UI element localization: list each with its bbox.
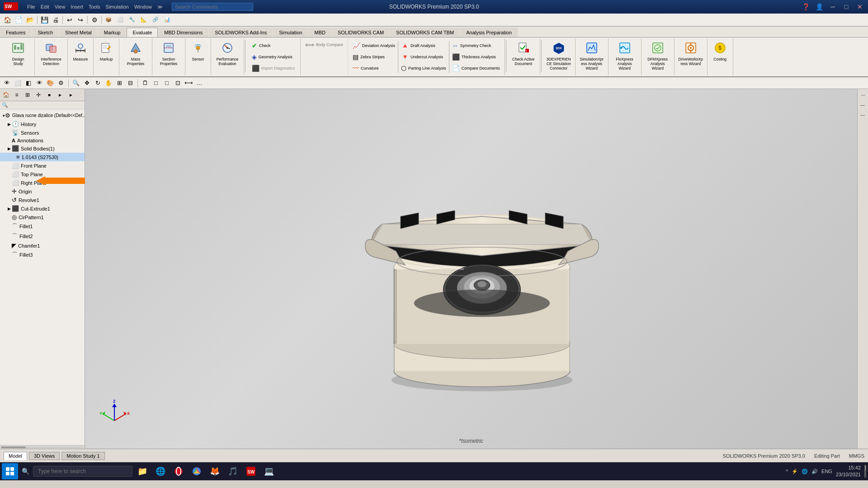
solidworks-account[interactable]: 👤 — [815, 2, 824, 11]
section-properties-button[interactable]: Section Properties — [155, 40, 182, 67]
menu-bar[interactable]: File Edit View Insert Tools Simulation W… — [27, 4, 163, 10]
tab-sketch[interactable]: Sketch — [32, 28, 59, 37]
task-chrome[interactable] — [189, 463, 205, 479]
zoom-area-btn[interactable]: 🔍 — [71, 79, 81, 88]
rp-panel3[interactable]: | — [859, 111, 868, 120]
display-style-btn[interactable]: ◧ — [24, 79, 33, 88]
sidebar-list-btn[interactable]: ≡ — [12, 90, 22, 100]
menu-insert[interactable]: Insert — [71, 4, 83, 10]
geometry-analysis-button[interactable]: ◈ Geometry Analysis — [250, 52, 297, 61]
maximize-button[interactable]: □ — [842, 2, 851, 11]
task-opera[interactable] — [170, 463, 187, 479]
search-commands-input[interactable] — [172, 3, 253, 11]
view-btn-5[interactable]: 🔗 — [150, 15, 161, 25]
view-btn-2[interactable]: ⬜ — [115, 15, 126, 25]
close-button[interactable]: ✕ — [855, 2, 864, 11]
tab-mbd-dimensions[interactable]: MBD Dimensions — [158, 28, 208, 37]
tab-solidworks-addins[interactable]: SOLIDWORKS Add-Ins — [209, 28, 273, 37]
simulationxpress-button[interactable]: SimulationXpress Analysis Wizard — [578, 40, 605, 72]
redo-btn[interactable]: ↪ — [75, 15, 86, 25]
taskbar-search[interactable] — [33, 466, 132, 477]
import-diagnostics-button[interactable]: ⬛ Import Diagnostics — [250, 64, 297, 73]
menu-window[interactable]: Window — [134, 4, 152, 10]
sensor-button[interactable]: Sensor — [188, 40, 208, 63]
tree-material[interactable]: ≡ 1.0143 (S275J0) — [0, 153, 85, 161]
options-btn[interactable]: ⚙ — [89, 15, 100, 25]
tree-sensors[interactable]: 📡 Sensors — [0, 128, 85, 137]
view-front-btn[interactable]: □ — [151, 79, 161, 88]
view-btn-1[interactable]: 📦 — [103, 15, 114, 25]
edit-appearance-btn[interactable]: 🎨 — [45, 79, 55, 88]
tree-cir-pattern1[interactable]: ◎ CirPattern1 — [0, 213, 85, 221]
view-settings-btn[interactable]: ⚙ — [56, 79, 66, 88]
driveworksXpress-button[interactable]: DriveWorksXpress Wizard — [677, 40, 704, 67]
task-firefox[interactable]: 🦊 — [207, 463, 223, 479]
curvature-button[interactable]: 〰 Curvature — [351, 64, 397, 73]
view-btn-6[interactable]: 📊 — [162, 15, 173, 25]
tree-fillet3[interactable]: ⌒ Fillet3 — [0, 250, 85, 260]
view-btn-3[interactable]: 🔧 — [127, 15, 137, 25]
performance-evaluation-button[interactable]: Performance Evaluation — [214, 40, 241, 67]
tree-fillet2[interactable]: ⌒ Fillet2 — [0, 231, 85, 241]
menu-simulation[interactable]: Simulation — [106, 4, 129, 10]
sidebar-add-btn[interactable]: ✛ — [33, 90, 43, 100]
sidebar-scrollbar[interactable] — [0, 445, 85, 449]
dfmXpress-button[interactable]: DFMXpress Analysis Wizard — [644, 40, 671, 72]
zoom-pan-btn[interactable]: ✥ — [82, 79, 92, 88]
tree-root[interactable]: ▾ ⚙ Glava rucne dizalice (Default<<Def..… — [0, 111, 85, 120]
view-3d-btn[interactable]: 🗒 — [140, 79, 150, 88]
snap-btn[interactable]: ⊡ — [173, 79, 183, 88]
3d-viewport[interactable]: X Y Z *Isometric — [85, 89, 857, 449]
tree-front-plane[interactable]: ⬜ Front Plane — [0, 161, 85, 170]
tray-chevron[interactable]: ^ — [786, 469, 788, 474]
minimize-button[interactable]: ─ — [828, 2, 837, 11]
parting-line-button[interactable]: ⬡ Parting Line Analysis — [399, 64, 448, 73]
menu-file[interactable]: File — [27, 4, 35, 10]
thickness-analysis-button[interactable]: ⬛ Thickness Analysis — [450, 52, 502, 61]
section-view-btn[interactable]: ⬜ — [13, 79, 23, 88]
tab-model[interactable]: Model — [4, 452, 27, 460]
show-desktop[interactable]: | — [864, 465, 866, 478]
task-app2[interactable]: 💻 — [261, 463, 277, 479]
tab-simulation[interactable]: Simulation — [273, 28, 308, 37]
tree-annotations[interactable]: A Annotations — [0, 137, 85, 144]
home-btn[interactable]: 🏠 — [2, 15, 13, 25]
new-btn[interactable]: 📄 — [13, 15, 24, 25]
measure-button[interactable]: Measure — [71, 40, 90, 63]
view-orientation-btn[interactable]: 👁 — [2, 79, 12, 88]
menu-view[interactable]: View — [55, 4, 66, 10]
task-file-explorer[interactable]: 📁 — [134, 463, 151, 479]
tab-solidworks-cam-tbm[interactable]: SOLIDWORKS CAM TBM — [390, 28, 460, 37]
compare-documents-button[interactable]: 📄 Compare Documents — [450, 64, 502, 73]
open-btn[interactable]: 📂 — [24, 15, 36, 25]
draft-analysis-button[interactable]: 🔺 Draft Analysis — [399, 41, 448, 50]
design-study-button[interactable]: Design Study — [5, 40, 32, 67]
tree-revolve1[interactable]: ↺ Revolve1 — [0, 196, 85, 204]
tab-sheet-metal[interactable]: Sheet Metal — [59, 28, 98, 37]
tree-chamfer1[interactable]: ◤ Chamfer1 — [0, 241, 85, 250]
tab-motion-study[interactable]: Motion Study 1 — [61, 452, 104, 460]
menu-expand[interactable]: ≫ — [157, 4, 163, 10]
sidebar-arrow1-btn[interactable]: ▸ — [55, 90, 65, 100]
tree-origin[interactable]: ✛ Origin — [0, 187, 85, 196]
menu-tools[interactable]: Tools — [89, 4, 100, 10]
pan-btn[interactable]: ✋ — [104, 79, 113, 88]
rp-panel2[interactable]: | — [859, 101, 868, 110]
dimensions-btn[interactable]: ⟷ — [184, 79, 193, 88]
zoom-fit-btn[interactable]: ⊞ — [114, 79, 124, 88]
body-compare-button[interactable]: ⟺ Body Compare — [303, 40, 345, 49]
view-btn-4[interactable]: 📐 — [138, 15, 149, 25]
zebra-stripes-button[interactable]: ▤ Zebra Stripes — [351, 52, 397, 61]
tab-markup[interactable]: Markup — [98, 28, 127, 37]
mass-properties-button[interactable]: Mass Properties — [122, 40, 149, 67]
menu-edit[interactable]: Edit — [41, 4, 49, 10]
sidebar-arrow2-btn[interactable]: ▸ — [66, 90, 76, 100]
undo-btn[interactable]: ↩ — [64, 15, 75, 25]
hide-show-btn[interactable]: 👁 — [34, 79, 44, 88]
3dexperience-simulation-button[interactable]: 3DX 3DEXPERIENCE Simulation Connector — [545, 40, 572, 72]
deviation-analysis-button[interactable]: 📈 Deviation Analysis — [351, 41, 397, 50]
sidebar-properties-btn[interactable]: ⊞ — [23, 90, 33, 100]
start-button[interactable] — [2, 463, 18, 479]
save-btn[interactable]: 💾 — [39, 15, 50, 25]
tree-cut-extrude1[interactable]: ▶ ⬛ Cut-Extrude1 — [0, 204, 85, 213]
